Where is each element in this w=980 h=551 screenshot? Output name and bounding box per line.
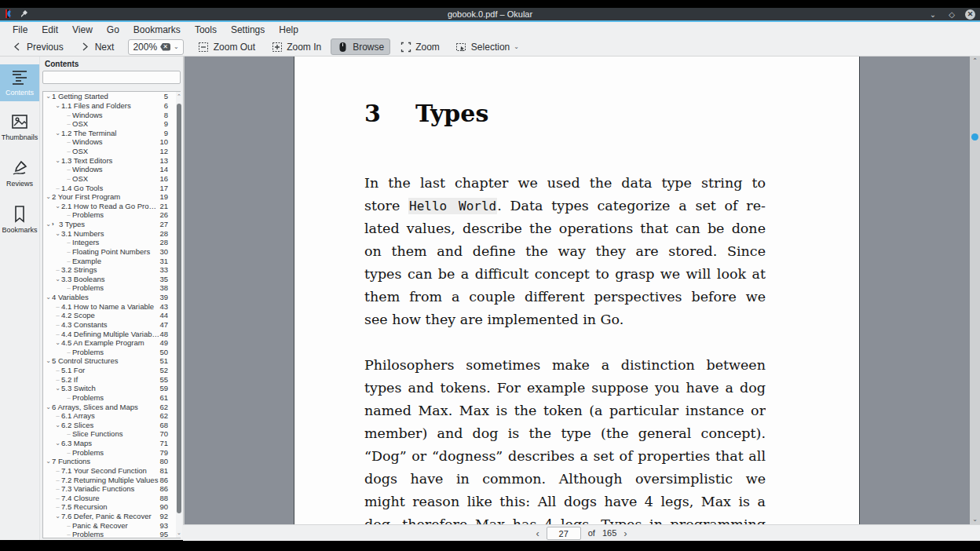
scroll-down-icon[interactable]: ⌄	[176, 530, 182, 536]
toc-item[interactable]: –Problems95	[43, 530, 180, 538]
toc-item[interactable]: ⌄›3 Types27	[43, 220, 180, 229]
toc-item[interactable]: ⌄4.5 An Example Program49	[43, 338, 180, 348]
toc-item[interactable]: –Example31	[43, 256, 180, 265]
expander-icon[interactable]: ⌄	[45, 458, 52, 465]
toc-item[interactable]: –5.2 If55	[43, 374, 180, 384]
expander-icon[interactable]: ⌄	[54, 421, 61, 429]
toc-item[interactable]: –4.3 Constants47	[43, 320, 180, 330]
menu-file[interactable]: File	[5, 23, 35, 37]
toc-item[interactable]: –Problems38	[43, 283, 180, 293]
zoom-out-button[interactable]: Zoom Out	[192, 38, 261, 55]
expander-icon[interactable]: ⌄	[45, 93, 52, 100]
next-button[interactable]: Next	[73, 38, 121, 55]
expander-icon[interactable]: ⌄	[54, 157, 61, 164]
toc-item[interactable]: ⌄2 Your First Program19	[43, 192, 180, 202]
expander-icon[interactable]: ⌄	[54, 440, 61, 447]
toc-item[interactable]: ⌄7.6 Defer, Panic & Recover92	[43, 512, 180, 521]
toc-item[interactable]: –7.1 Your Second Function81	[43, 466, 180, 476]
expander-icon[interactable]: ⌄	[54, 276, 61, 283]
expander-icon[interactable]: ⌄	[54, 230, 61, 237]
toc-item[interactable]: –Panic & Recover93	[43, 520, 180, 530]
expander-icon[interactable]: ⌄	[54, 130, 61, 137]
toc-item[interactable]: ⌄6 Arrays, Slices and Maps62	[43, 402, 180, 411]
document-scrollbar[interactable]: ⌃ ⌄	[970, 57, 980, 524]
toc-item[interactable]: ⌄2.1 How to Read a Go Program21	[43, 202, 180, 211]
toc-item[interactable]: ⌄5 Control Structures51	[43, 356, 180, 366]
menu-settings[interactable]: Settings	[224, 23, 272, 37]
document-scrollbar-thumb[interactable]	[971, 133, 978, 140]
menu-go[interactable]: Go	[100, 23, 126, 37]
toc-item[interactable]: ⌄1.2 The Terminal9	[43, 129, 180, 138]
expander-icon[interactable]: ⌄	[45, 403, 52, 411]
document-canvas[interactable]: 3 Types In the last chapter we used the …	[183, 57, 980, 524]
expander-icon[interactable]: ⌄	[54, 513, 61, 520]
maximize-button[interactable]: ◇	[946, 9, 957, 20]
zoom-level-combobox[interactable]: 200% ✕ ⌄	[128, 39, 183, 55]
expander-icon[interactable]: ⌄	[54, 203, 61, 210]
toc-item[interactable]: –4.1 How to Name a Variable43	[43, 301, 180, 311]
toc-item[interactable]: –Windows8	[43, 110, 180, 119]
toc-item[interactable]: –4.2 Scope44	[43, 311, 180, 320]
menu-bookmarks[interactable]: Bookmarks	[126, 23, 188, 37]
toc-item[interactable]: –Slice Functions70	[43, 429, 180, 439]
toc-item[interactable]: –Windows14	[43, 165, 180, 174]
toc-item[interactable]: –OSX9	[43, 119, 180, 129]
toc-item[interactable]: ⌄1.3 Text Editors13	[43, 155, 180, 165]
toc-item[interactable]: ⌄6.3 Maps71	[43, 439, 180, 448]
expander-icon[interactable]: ⌄	[54, 102, 61, 109]
expander-icon[interactable]: ⌄	[45, 193, 52, 200]
toc-item[interactable]: –7.5 Recursion90	[43, 502, 180, 512]
clear-icon[interactable]: ✕	[160, 43, 170, 51]
toc-item[interactable]: –Windows10	[43, 137, 180, 147]
toc-item[interactable]: –7.4 Closure88	[43, 494, 180, 503]
toc-scrollbar-thumb[interactable]	[177, 104, 181, 513]
toc-item[interactable]: ⌄6.2 Slices68	[43, 421, 180, 430]
scroll-up-icon[interactable]: ⌃	[176, 93, 182, 100]
browse-tool-button[interactable]: Browse	[331, 38, 390, 55]
toc-search-input[interactable]	[42, 71, 181, 84]
toc-scrollbar[interactable]: ⌃ ⌄	[176, 92, 182, 538]
expander-icon[interactable]: ⌄	[45, 294, 52, 301]
toc-item[interactable]: –4.4 Defining Multiple Variables48	[43, 329, 180, 338]
toc-item[interactable]: ⌄3.3 Booleans35	[43, 275, 180, 284]
close-button[interactable]: ✕	[965, 9, 975, 20]
chevron-down-icon[interactable]: ⌄	[514, 43, 519, 50]
sidebar-item-reviews[interactable]: Reviews	[0, 154, 39, 192]
toc-item[interactable]: –Problems26	[43, 210, 180, 220]
selection-tool-button[interactable]: Selection ⌄	[449, 38, 525, 55]
expander-icon[interactable]: ⌄	[45, 221, 52, 228]
toc-item[interactable]: –Floating Point Numbers30	[43, 247, 180, 257]
minimize-button[interactable]: ⌄	[927, 9, 938, 20]
menu-view[interactable]: View	[65, 23, 100, 37]
scroll-down-icon[interactable]: ⌄	[970, 516, 980, 524]
sidebar-item-bookmarks[interactable]: Bookmarks	[0, 200, 39, 239]
menu-tools[interactable]: Tools	[188, 23, 224, 37]
toc-item[interactable]: –Problems79	[43, 447, 180, 457]
toc-item[interactable]: –5.1 For52	[43, 366, 180, 375]
zoom-in-button[interactable]: Zoom In	[265, 38, 327, 55]
sidebar-item-contents[interactable]: Contents	[0, 64, 39, 101]
toc-item[interactable]: –7.2 Returning Multiple Values86	[43, 475, 180, 484]
toc-item[interactable]: ⌄5.3 Switch59	[43, 384, 180, 393]
current-page-input[interactable]: 27	[547, 527, 581, 540]
toc-item[interactable]: –OSX16	[43, 174, 180, 184]
expander-icon[interactable]: ⌄	[45, 357, 52, 364]
scroll-up-icon[interactable]: ⌃	[970, 57, 980, 65]
toc-item[interactable]: –6.1 Arrays62	[43, 411, 180, 421]
toc-item[interactable]: –Integers28	[43, 238, 180, 247]
toc-item[interactable]: –3.2 Strings33	[43, 265, 180, 275]
toc-item[interactable]: ⌄3.1 Numbers28	[43, 228, 180, 238]
toc-item[interactable]: –1.4 Go Tools17	[43, 183, 180, 192]
toc-item[interactable]: ⌄1 Getting Started5	[43, 92, 180, 101]
toc-item[interactable]: ⌄1.1 Files and Folders6	[43, 101, 180, 111]
previous-button[interactable]: Previous	[5, 38, 70, 55]
sidebar-item-thumbnails[interactable]: Thumbnails	[0, 108, 39, 146]
toc-item[interactable]: –7.3 Variadic Functions86	[43, 484, 180, 494]
menu-edit[interactable]: Edit	[35, 23, 65, 37]
toc-item[interactable]: –Problems61	[43, 393, 180, 403]
expander-icon[interactable]: ⌄	[54, 385, 61, 392]
toc-item[interactable]: ⌄7 Functions80	[43, 457, 180, 466]
toc-item[interactable]: –Problems50	[43, 348, 180, 357]
menu-help[interactable]: Help	[272, 23, 305, 37]
next-page-icon[interactable]: ›	[623, 527, 627, 539]
